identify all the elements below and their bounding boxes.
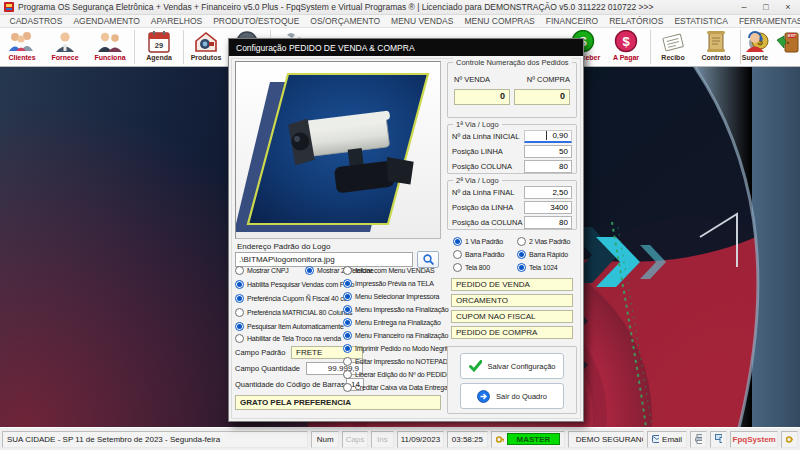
radio-icon[interactable] bbox=[343, 383, 352, 392]
radio-icon[interactable] bbox=[343, 305, 352, 314]
menu-compras[interactable]: MENU COMPRAS bbox=[459, 16, 540, 26]
radio-icon[interactable] bbox=[517, 237, 526, 246]
radio-icon[interactable] bbox=[235, 334, 244, 343]
radio-icon[interactable] bbox=[235, 308, 244, 317]
option-tela-troco[interactable]: Habilitar de Tela Troco na venda bbox=[235, 333, 341, 344]
menu-financeiro[interactable]: FINANCEIRO bbox=[540, 16, 603, 26]
posicao-linha-field[interactable]: 50 bbox=[524, 145, 572, 158]
toolbar-separator bbox=[650, 30, 651, 64]
email-book-icon bbox=[652, 435, 659, 443]
toolbar-clientes[interactable]: Clientes bbox=[2, 29, 42, 66]
option-menu-financeiro-finalizacao[interactable]: Menu Financeiro na Finalização bbox=[343, 330, 448, 341]
numeracao-group: Controle Numeração dos Pedidos Nº VENDA … bbox=[447, 62, 577, 118]
exit-dialog-button[interactable]: Sair do Quadro bbox=[460, 383, 564, 409]
radio-icon[interactable] bbox=[453, 250, 462, 259]
posicao-coluna-field[interactable]: 80 bbox=[524, 160, 572, 173]
mode-1-via-padrao[interactable]: 1 Via Padrão bbox=[453, 236, 503, 247]
option-mostrar-cnpj[interactable]: Mostrar CNPJ bbox=[235, 265, 289, 276]
doc-cupom-nao-fiscal-field[interactable]: CUPOM NAO FISCAL bbox=[451, 310, 573, 323]
menu-produto-estoque[interactable]: PRODUTO/ESTOQUE bbox=[208, 16, 305, 26]
radio-icon[interactable] bbox=[235, 294, 244, 303]
toolbar-exit[interactable]: EXIT bbox=[776, 29, 800, 66]
radio-icon[interactable] bbox=[343, 279, 352, 288]
mode-2-vias-padrao[interactable]: 2 Vias Padrão bbox=[517, 236, 570, 247]
radio-icon[interactable] bbox=[343, 331, 352, 340]
products-house-icon bbox=[193, 29, 219, 54]
radio-icon[interactable] bbox=[453, 263, 462, 272]
radio-icon[interactable] bbox=[517, 263, 526, 272]
radio-icon[interactable] bbox=[343, 292, 352, 301]
radio-icon[interactable] bbox=[343, 357, 352, 366]
option-preferencia-cupom[interactable]: Preferência Cupom Ñ Fiscal 40 col bbox=[235, 293, 349, 304]
option-liberar-edicao-pedido[interactable]: Liberar Edição do Nº do PEDIDO bbox=[343, 369, 452, 380]
toolbar-contrato[interactable]: Contrato bbox=[695, 29, 737, 66]
menu-os-orcamento[interactable]: OS/ORÇAMENTO bbox=[305, 16, 386, 26]
radio-icon[interactable] bbox=[517, 250, 526, 259]
option-habilita-pesquisar-vendas[interactable]: Habilita Pesquisar Vendas com Filtro bbox=[235, 279, 354, 290]
linha-final-field[interactable]: 2,50 bbox=[524, 186, 572, 199]
option-creditar-caixa[interactable]: Creditar Caixa via Data Entrega bbox=[343, 382, 448, 393]
radio-icon[interactable] bbox=[343, 266, 352, 275]
radio-icon[interactable] bbox=[235, 322, 244, 331]
exit-door-icon: EXIT bbox=[776, 29, 800, 54]
mode-barra-padrao[interactable]: Barra Padrão bbox=[453, 249, 504, 260]
menu-agendamento[interactable]: AGENDAMENTO bbox=[68, 16, 145, 26]
radio-icon[interactable] bbox=[453, 237, 462, 246]
radio-icon[interactable] bbox=[343, 344, 352, 353]
radio-icon[interactable] bbox=[343, 318, 352, 327]
option-menu-selecionar-impressora[interactable]: Menu Selecionar Impressora bbox=[343, 291, 439, 302]
menu-ferramentas[interactable]: FERRAMENTAS bbox=[733, 16, 800, 26]
option-editar-notepad[interactable]: Editar Impressão no NOTEPAD bbox=[343, 356, 448, 367]
option-menu-impressao-finalizacao[interactable]: Menu Impressão na Finalização bbox=[343, 304, 448, 315]
posicao-da-linha-field[interactable]: 3400 bbox=[524, 201, 572, 214]
key-icon bbox=[496, 435, 504, 444]
save-config-button[interactable]: Salvar Configuração bbox=[460, 353, 564, 379]
toolbar-agenda[interactable]: 29 Agenda bbox=[137, 29, 181, 66]
toolbar-separator bbox=[183, 30, 184, 64]
menu-cadastros[interactable]: CADASTROS bbox=[4, 16, 68, 26]
toolbar-separator bbox=[134, 30, 135, 64]
radio-icon[interactable] bbox=[235, 266, 244, 275]
mode-tela-800[interactable]: Tela 800 bbox=[453, 262, 490, 273]
radio-icon[interactable] bbox=[235, 280, 244, 289]
toolbar-recibo[interactable]: Recibo bbox=[653, 29, 693, 66]
n-compra-field[interactable]: 0 bbox=[514, 89, 570, 105]
menu-relatorios[interactable]: RELATÓRIOS bbox=[604, 16, 669, 26]
option-pesquisar-item-auto[interactable]: Pesquisar Item Automaticamente bbox=[235, 321, 344, 332]
option-impressao-previa[interactable]: Impressão Prévia na TELA bbox=[343, 278, 434, 289]
close-button[interactable]: × bbox=[782, 1, 794, 13]
linha-inicial-field[interactable]: 0,90 bbox=[524, 130, 572, 143]
dialog-body: Endereço Padrão do Logo .\BITMAP\logomon… bbox=[229, 56, 583, 421]
toolbar-produtos[interactable]: Produtos bbox=[186, 29, 226, 66]
support-headset-icon bbox=[742, 29, 768, 54]
option-imprimir-negrito[interactable]: Imprimir Pedido no Modo Negrito bbox=[343, 343, 452, 354]
toolbar-fornece[interactable]: Fornece bbox=[44, 29, 86, 66]
status-key2 bbox=[781, 431, 798, 448]
doc-pedido-venda-field[interactable]: PEDIDO DE VENDA bbox=[451, 278, 573, 291]
minimize-button[interactable]: – bbox=[738, 1, 750, 13]
status-email[interactable]: Email bbox=[647, 431, 687, 448]
toolbar-a-pagar[interactable]: $ A Pagar bbox=[606, 29, 646, 66]
radio-icon[interactable] bbox=[305, 266, 314, 275]
toolbar-funciona[interactable]: Funciona bbox=[88, 29, 132, 66]
radio-icon[interactable] bbox=[343, 370, 352, 379]
dialog-titlebar[interactable]: Configuração PEDIDO DE VENDA & COMPRA bbox=[229, 39, 583, 56]
maximize-button[interactable]: □ bbox=[760, 1, 772, 13]
status-printer[interactable] bbox=[690, 431, 707, 448]
doc-pedido-compra-field[interactable]: PEDIDO DE COMPRA bbox=[451, 326, 573, 339]
network-monitors-icon bbox=[715, 434, 722, 444]
menu-vendas[interactable]: MENU VENDAS bbox=[386, 16, 459, 26]
posicao-da-coluna-field[interactable]: 80 bbox=[524, 216, 572, 229]
menu-estatistica[interactable]: ESTATISTICA bbox=[669, 16, 734, 26]
status-network[interactable] bbox=[710, 431, 727, 448]
toolbar-suporte[interactable]: Suporte bbox=[736, 29, 774, 66]
option-iniciar-menu-vendas[interactable]: Iniciar com Menu VENDAS bbox=[343, 265, 434, 276]
option-menu-entrega-finalizacao[interactable]: Menu Entrega na Finalização bbox=[343, 317, 441, 328]
mode-barra-rapido[interactable]: Barra Rápido bbox=[517, 249, 568, 260]
option-preferencia-matricial[interactable]: Preferência MATRICIAL 80 Colunas bbox=[235, 307, 352, 318]
mode-tela-1024[interactable]: Tela 1024 bbox=[517, 262, 558, 273]
n-venda-field[interactable]: 0 bbox=[454, 89, 510, 105]
doc-orcamento-field[interactable]: ORCAMENTO bbox=[451, 294, 573, 307]
menu-aparelhos[interactable]: APARELHOS bbox=[145, 16, 207, 26]
footer-banner-field[interactable]: GRATO PELA PREFERENCIA bbox=[235, 395, 441, 410]
